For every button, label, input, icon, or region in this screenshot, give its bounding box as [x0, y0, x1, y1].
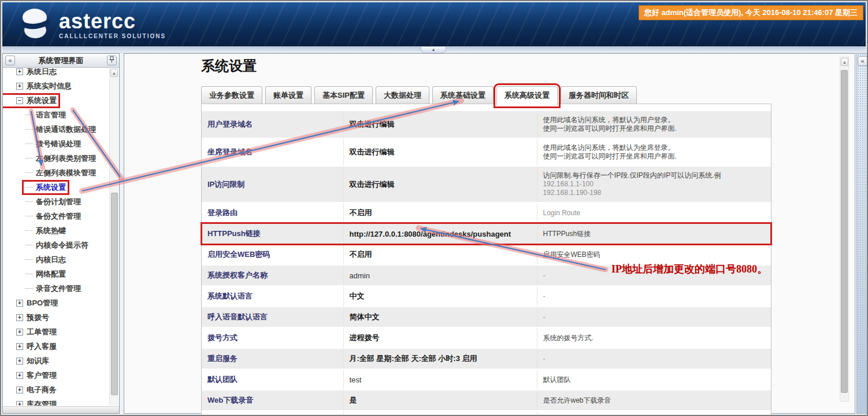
sidebar-tree-item[interactable]: + 工单管理 [3, 325, 109, 339]
settings-row: Web下载录音 是 是否允许web下载录音 [202, 390, 771, 411]
setting-description: 使用此域名访问系统，将默认为坐席登录。使同一浏览器可以同时打开坐席和用户界面. [537, 138, 771, 166]
setting-value[interactable]: 是 [343, 390, 537, 411]
sidebar-tree-item[interactable]: 内核日志 [3, 252, 109, 267]
expand-toggle-icon[interactable]: + [16, 386, 23, 393]
setting-value[interactable]: 中文 [343, 286, 537, 307]
setting-value[interactable]: 进程拨号 [343, 327, 537, 348]
settings-row: 系统默认语言 中文 - [202, 286, 771, 307]
tree-item-label: 备份文件管理 [36, 211, 81, 222]
sidebar-tree-item[interactable]: + 知识库 [3, 354, 109, 368]
sidebar-tree-item[interactable]: 系统设置 [3, 180, 109, 194]
sidebar-tree-item[interactable]: − 系统设置 [3, 93, 109, 108]
sidebar-tree-item[interactable]: 备份计划管理 [3, 194, 109, 209]
setting-label: 重启服务 [202, 348, 343, 369]
pin-icon [109, 57, 114, 64]
sidebar-tree-item[interactable]: + 系统日志 [3, 68, 109, 79]
tab[interactable]: 账单设置 [265, 86, 311, 104]
setting-label: 系统授权客户名称 [202, 265, 343, 286]
page-title: 系统设置 [201, 57, 257, 75]
sidebar-tree-item[interactable]: 左侧列表类别管理 [3, 151, 109, 165]
panel-collapse-handle[interactable]: ▲ [421, 47, 446, 53]
sidebar-tree-item[interactable]: 系统热键 [3, 223, 109, 238]
scroll-up-button[interactable]: ▲ [110, 69, 118, 77]
expand-toggle-icon[interactable]: + [16, 83, 23, 90]
sidebar-tree-item[interactable]: 左侧列表模块管理 [3, 165, 109, 180]
tab[interactable]: 系统基础设置 [432, 86, 494, 104]
sidebar-tree-item[interactable]: + 预拨号 [3, 310, 109, 325]
tree-item-label: 库存管理 [27, 399, 57, 406]
setting-label: 用户登录域名 [202, 111, 343, 138]
tab[interactable]: 系统高级设置 [496, 86, 558, 105]
tree-item-label: 语言管理 [36, 110, 66, 120]
sidebar-footer [3, 406, 119, 413]
setting-value[interactable]: test [343, 369, 537, 390]
expand-toggle-icon[interactable]: + [16, 358, 23, 365]
setting-value[interactable]: 不启用 [343, 203, 537, 223]
sidebar-tree-item[interactable]: + 客户管理 [3, 368, 109, 382]
sidebar-tree-item[interactable]: + 系统实时信息 [3, 79, 109, 93]
main-scrollbar[interactable]: ▲ [840, 57, 849, 402]
setting-value[interactable]: 是 [343, 411, 537, 416]
annotation-text: IP地址后增加更改的端口号8080。 [611, 262, 767, 276]
tree-item-label: 内核命令提示符 [36, 240, 88, 251]
expand-toggle-icon[interactable]: + [16, 329, 23, 336]
sidebar-tree-item[interactable]: + 呼入客服 [3, 339, 109, 354]
setting-value[interactable]: 简体中文 [343, 307, 537, 327]
setting-description: - [537, 307, 771, 327]
sidebar-collapse-button[interactable]: « [5, 56, 15, 65]
settings-row: 用户登录域名 双击进行编辑 使用此域名访问系统，将默认为用户登录。使同一浏览器可… [202, 111, 771, 138]
expand-toggle-icon[interactable]: + [16, 343, 23, 350]
setting-value[interactable]: 不启用 [343, 244, 537, 265]
setting-label: 压缩录音 [202, 411, 343, 416]
setting-value[interactable]: 双击进行编辑 [343, 166, 537, 203]
right-collapsed-panel[interactable]: « [856, 53, 868, 414]
expand-toggle-icon[interactable]: + [16, 68, 23, 75]
sidebar-tree-item[interactable]: 错误通话数据处理 [3, 122, 109, 137]
sidebar-tree-item[interactable]: 语言管理 [3, 108, 109, 122]
expand-toggle-icon[interactable]: + [16, 300, 23, 307]
right-panel-collapse-button[interactable]: « [858, 56, 867, 66]
sidebar-tree-item[interactable]: 备份文件管理 [3, 209, 109, 223]
tree-item-label: 客户管理 [27, 370, 57, 381]
main-scrollbar-thumb[interactable] [841, 70, 848, 393]
tree-item-label: BPO管理 [27, 298, 58, 308]
sidebar-tree-item[interactable]: 内核命令提示符 [3, 238, 109, 252]
user-session-banner: 您好 admin(适合管理员使用), 今天 2016-08-10 21:46:0… [639, 5, 863, 20]
tree-item-label: 系统实时信息 [27, 81, 72, 91]
sidebar-tree-item[interactable]: + 库存管理 [3, 397, 109, 406]
setting-value[interactable]: http://127.0.0.1:8080/agentindesks/pusha… [343, 223, 537, 244]
expand-toggle-icon[interactable]: + [16, 314, 23, 321]
setting-value[interactable]: 双击进行编辑 [343, 111, 537, 138]
sidebar-tree-item[interactable]: + 电子商务 [3, 382, 109, 397]
setting-label: HTTPPush链接 [202, 223, 343, 244]
tree-item-label: 电子商务 [27, 385, 57, 395]
sidebar-scrollbar-thumb[interactable] [111, 193, 118, 395]
sidebar-tree-item[interactable]: 录音文件管理 [3, 281, 109, 296]
sidebar-tree-item[interactable]: 网络配置 [3, 267, 109, 281]
tab[interactable]: 基本SIP配置 [314, 86, 373, 104]
setting-value[interactable]: 月:全部 星期:全部 天:全部 小时:3 启用 [343, 348, 537, 369]
scroll-up-icon: ▲ [112, 71, 116, 75]
scroll-up-button[interactable]: ▲ [841, 58, 848, 66]
setting-value[interactable]: 双击进行编辑 [343, 138, 537, 166]
sidebar-scrollbar[interactable]: ▲ [109, 68, 118, 406]
settings-row: 呼入语音默认语言 简体中文 - [202, 307, 771, 327]
tree-item-label: 错误通话数据处理 [36, 124, 96, 135]
main-panel: 系统设置 业务参数设置 账单设置 基本SIP配置 大数据处理 系统基础设置 系统… [124, 53, 855, 414]
settings-row: 坐席登录域名 双击进行编辑 使用此域名访问系统，将默认为坐席登录。使同一浏览器可… [202, 138, 771, 166]
tab[interactable]: 服务器时间和时区 [561, 86, 637, 104]
sidebar-pin-button[interactable] [107, 56, 117, 65]
logo-subtitle: CALLLLCENTER SOLUTIONS [59, 33, 166, 39]
tree-item-label: 左侧列表模块管理 [36, 168, 96, 178]
tree-item-label: 左侧列表类别管理 [36, 153, 96, 164]
setting-value[interactable]: admin [343, 265, 537, 286]
tab[interactable]: 业务参数设置 [201, 86, 262, 104]
tab[interactable]: 大数据处理 [376, 86, 429, 104]
expand-toggle-icon[interactable]: + [16, 401, 23, 406]
expand-toggle-icon[interactable]: − [16, 97, 23, 104]
setting-description: Login Route [537, 203, 771, 223]
tree-item-label: 拨号错误处理 [36, 139, 81, 149]
expand-toggle-icon[interactable]: + [16, 372, 23, 379]
sidebar-tree-item[interactable]: + BPO管理 [3, 296, 109, 310]
sidebar-tree-item[interactable]: 拨号错误处理 [3, 137, 109, 151]
